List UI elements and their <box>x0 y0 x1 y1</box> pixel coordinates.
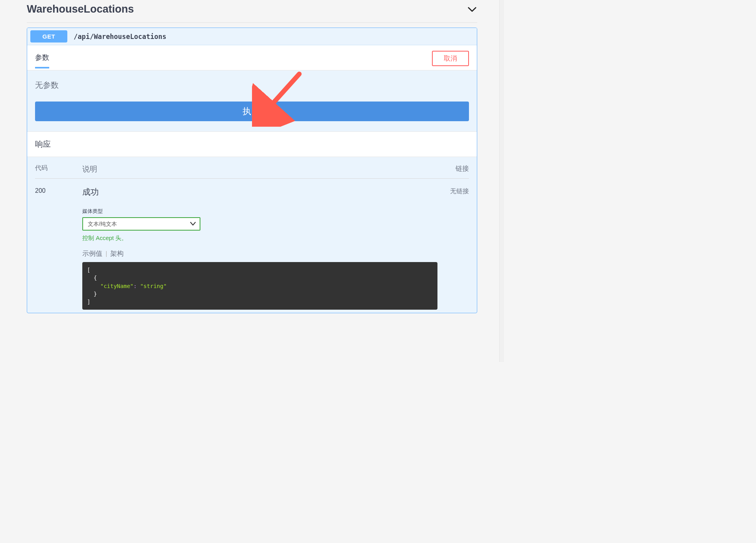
operation-summary[interactable]: GET /api/WarehouseLocations <box>27 28 477 45</box>
tab-schema[interactable]: 架构 <box>110 250 124 257</box>
responses-head-row: 代码 说明 链接 <box>35 164 469 179</box>
responses-table: 代码 说明 链接 200 成功 媒体类型 文本/纯文本 <box>27 157 477 313</box>
endpoint-path: /api/WarehouseLocations <box>74 33 166 41</box>
section-title: WarehouseLocations <box>27 3 134 15</box>
response-code: 200 <box>35 187 82 310</box>
example-tabs: 示例值|架构 <box>82 249 437 258</box>
response-links: 无链接 <box>437 187 469 310</box>
tab-parameters[interactable]: 参数 <box>35 53 49 68</box>
responses-title: 响应 <box>35 139 469 150</box>
example-code-block: [ { "cityName": "string" } ] <box>82 262 437 310</box>
response-row: 200 成功 媒体类型 文本/纯文本 控制 Accept 头。 示 <box>35 179 469 310</box>
json-key: cityName <box>104 283 130 289</box>
tab-example-value[interactable]: 示例值 <box>82 250 102 257</box>
execute-button[interactable]: 执行 <box>35 102 469 121</box>
parameters-body: 无参数 <box>27 70 477 94</box>
media-type-select[interactable]: 文本/纯文本 <box>82 217 200 231</box>
media-type-select-wrap: 文本/纯文本 <box>82 217 200 231</box>
no-parameters-text: 无参数 <box>35 80 469 90</box>
col-header-links: 链接 <box>437 164 469 174</box>
response-description-col: 成功 媒体类型 文本/纯文本 控制 Accept 头。 示例值|架构 <box>82 187 437 310</box>
operation-block: GET /api/WarehouseLocations 参数 取消 无参数 执行… <box>27 28 477 313</box>
accept-header-note: 控制 Accept 头。 <box>82 235 437 242</box>
http-method-badge: GET <box>30 30 67 42</box>
section-header[interactable]: WarehouseLocations <box>27 0 477 23</box>
tab-divider: | <box>106 250 107 257</box>
cancel-button[interactable]: 取消 <box>432 51 469 66</box>
col-header-code: 代码 <box>35 164 82 174</box>
parameters-tab-bar: 参数 取消 <box>27 45 477 70</box>
json-value: string <box>143 283 163 289</box>
response-desc-text: 成功 <box>82 187 437 198</box>
vertical-scrollbar[interactable] <box>499 0 504 362</box>
execute-section: 执行 <box>27 94 477 131</box>
media-type-label: 媒体类型 <box>82 208 437 215</box>
col-header-desc: 说明 <box>82 164 437 174</box>
responses-header: 响应 <box>27 131 477 157</box>
chevron-down-icon[interactable] <box>467 4 477 15</box>
